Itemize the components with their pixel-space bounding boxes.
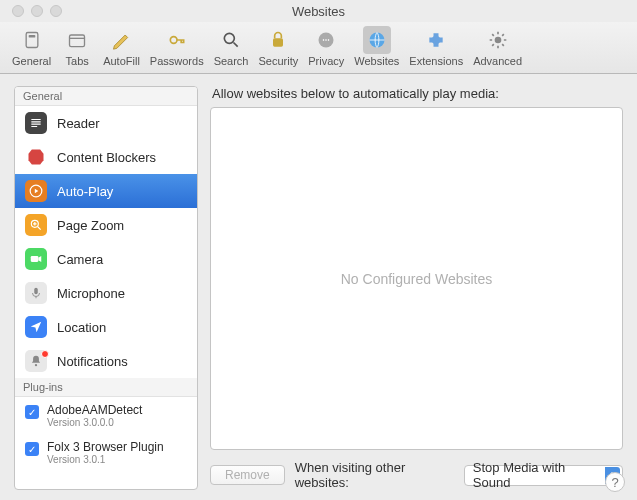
toolbar-tab-tabs[interactable]: Tabs — [57, 24, 97, 69]
toolbar-label: Passwords — [150, 55, 204, 67]
general-icon — [18, 26, 46, 54]
websites-list[interactable]: No Configured Websites — [210, 107, 623, 450]
plugin-item-folx3[interactable]: ✓ Folx 3 Browser Plugin Version 3.0.1 — [15, 434, 197, 471]
advanced-icon — [484, 26, 512, 54]
toolbar-tab-passwords[interactable]: Passwords — [146, 24, 208, 69]
sidebar-item-notifications[interactable]: Notifications — [15, 344, 197, 378]
sidebar-item-reader[interactable]: Reader — [15, 106, 197, 140]
preferences-toolbar: General Tabs AutoFill Passwords Search — [0, 22, 637, 74]
plugin-version: Version 3.0.0.0 — [47, 417, 142, 428]
sidebar: General Reader Content Blockers Auto-Pla… — [14, 86, 198, 490]
toolbar-label: Tabs — [66, 55, 89, 67]
window-controls — [12, 5, 62, 17]
reader-icon — [25, 112, 47, 134]
sidebar-item-page-zoom[interactable]: Page Zoom — [15, 208, 197, 242]
plugin-checkbox[interactable]: ✓ — [25, 442, 39, 456]
sidebar-label: Notifications — [57, 354, 128, 369]
microphone-icon — [25, 282, 47, 304]
page-zoom-icon — [25, 214, 47, 236]
remove-button[interactable]: Remove — [210, 465, 285, 485]
plugin-name: AdobeAAMDetect — [47, 403, 142, 417]
zoom-window-button[interactable] — [50, 5, 62, 17]
sidebar-item-microphone[interactable]: Microphone — [15, 276, 197, 310]
toolbar-tab-security[interactable]: Security — [254, 24, 302, 69]
camera-icon — [25, 248, 47, 270]
auto-play-icon — [25, 180, 47, 202]
toolbar-label: Search — [214, 55, 249, 67]
toolbar-label: Websites — [354, 55, 399, 67]
toolbar-tab-autofill[interactable]: AutoFill — [99, 24, 144, 69]
sidebar-item-content-blockers[interactable]: Content Blockers — [15, 140, 197, 174]
content-blockers-icon — [25, 146, 47, 168]
plugin-item-adobeaamdetect[interactable]: ✓ AdobeAAMDetect Version 3.0.0.0 — [15, 397, 197, 434]
empty-state-text: No Configured Websites — [341, 271, 492, 287]
close-window-button[interactable] — [12, 5, 24, 17]
sidebar-label: Microphone — [57, 286, 125, 301]
svg-point-4 — [224, 33, 234, 43]
sidebar-item-location[interactable]: Location — [15, 310, 197, 344]
toolbar-label: General — [12, 55, 51, 67]
other-websites-select[interactable]: Stop Media with Sound — [464, 465, 623, 486]
main-panel: Allow websites below to automatically pl… — [210, 86, 623, 490]
toolbar-tab-websites[interactable]: Websites — [350, 24, 403, 69]
sidebar-item-auto-play[interactable]: Auto-Play — [15, 174, 197, 208]
svg-rect-15 — [34, 288, 38, 294]
toolbar-tab-privacy[interactable]: Privacy — [304, 24, 348, 69]
toolbar-tab-general[interactable]: General — [8, 24, 55, 69]
toolbar-label: Security — [258, 55, 298, 67]
sidebar-label: Reader — [57, 116, 100, 131]
select-value: Stop Media with Sound — [473, 460, 599, 490]
svg-rect-1 — [28, 35, 35, 38]
sidebar-label: Content Blockers — [57, 150, 156, 165]
svg-rect-13 — [31, 256, 39, 262]
toolbar-label: AutoFill — [103, 55, 140, 67]
plugin-text: AdobeAAMDetect Version 3.0.0.0 — [47, 403, 142, 428]
privacy-icon — [312, 26, 340, 54]
tabs-icon — [63, 26, 91, 54]
svg-point-3 — [170, 37, 177, 44]
sidebar-item-camera[interactable]: Camera — [15, 242, 197, 276]
security-icon — [264, 26, 292, 54]
sidebar-label: Auto-Play — [57, 184, 113, 199]
toolbar-label: Advanced — [473, 55, 522, 67]
extensions-icon — [422, 26, 450, 54]
autofill-icon — [107, 26, 135, 54]
svg-rect-0 — [26, 33, 38, 48]
toolbar-tab-extensions[interactable]: Extensions — [405, 24, 467, 69]
content-area: General Reader Content Blockers Auto-Pla… — [0, 74, 637, 500]
sidebar-label: Location — [57, 320, 106, 335]
toolbar-tab-search[interactable]: Search — [210, 24, 253, 69]
svg-marker-14 — [38, 256, 41, 262]
search-icon — [217, 26, 245, 54]
help-button[interactable]: ? — [605, 472, 625, 492]
toolbar-tab-advanced[interactable]: Advanced — [469, 24, 526, 69]
plugin-checkbox[interactable]: ✓ — [25, 405, 39, 419]
plugin-text: Folx 3 Browser Plugin Version 3.0.1 — [47, 440, 164, 465]
svg-point-8 — [494, 37, 501, 44]
plugin-version: Version 3.0.1 — [47, 454, 164, 465]
toolbar-label: Privacy — [308, 55, 344, 67]
sidebar-label: Page Zoom — [57, 218, 124, 233]
controls-row: Remove When visiting other websites: Sto… — [210, 450, 623, 490]
other-websites-label: When visiting other websites: — [295, 460, 454, 490]
websites-icon — [363, 26, 391, 54]
main-heading: Allow websites below to automatically pl… — [210, 86, 623, 101]
plugin-name: Folx 3 Browser Plugin — [47, 440, 164, 454]
sidebar-label: Camera — [57, 252, 103, 267]
sidebar-section-general: General — [15, 87, 197, 106]
sidebar-section-plugins: Plug-ins — [15, 378, 197, 397]
svg-point-16 — [35, 364, 37, 366]
question-mark-icon: ? — [611, 475, 618, 490]
toolbar-label: Extensions — [409, 55, 463, 67]
svg-rect-5 — [273, 38, 283, 46]
svg-rect-2 — [70, 35, 85, 47]
notification-badge-icon — [41, 350, 49, 358]
svg-marker-11 — [35, 189, 39, 194]
svg-marker-9 — [29, 150, 44, 165]
minimize-window-button[interactable] — [31, 5, 43, 17]
passwords-icon — [163, 26, 191, 54]
window-title: Websites — [0, 4, 637, 19]
titlebar: Websites — [0, 0, 637, 22]
location-icon — [25, 316, 47, 338]
